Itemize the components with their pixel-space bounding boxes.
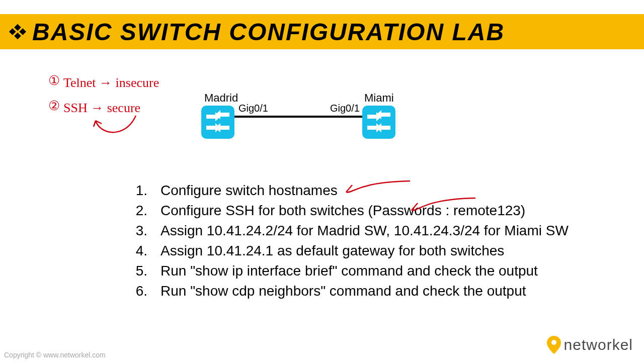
hand-note-2-num: ② <box>48 100 60 113</box>
svg-marker-3 <box>9 28 16 35</box>
topology-diagram: Madrid Miami Gig0/1 Gig0/1 <box>201 92 403 147</box>
brand-text: networkel <box>564 336 633 353</box>
list-item: 4. Assign 10.41.24.1 as default gateway … <box>108 241 591 260</box>
list-item: 1. Configure switch hostnames <box>108 181 591 200</box>
svg-marker-4 <box>19 28 26 35</box>
task-number: 4. <box>108 241 160 260</box>
bullet-icon <box>9 23 26 40</box>
task-number: 5. <box>108 261 160 281</box>
task-text: Assign 10.41.24.1 as default gateway for… <box>160 241 591 260</box>
title-inner: BASIC SWITCH CONFIGURATION LAB <box>0 18 505 46</box>
task-number: 2. <box>108 201 160 220</box>
hand-arrow-icon <box>80 111 151 141</box>
hand-note-1-text: Telnet → insecure <box>63 76 159 89</box>
switch-right-icon <box>362 106 395 139</box>
title-banner: BASIC SWITCH CONFIGURATION LAB <box>0 14 644 49</box>
switch-left-icon <box>201 106 234 139</box>
svg-point-5 <box>551 340 556 345</box>
task-text: Run "show cdp neighbors" command and che… <box>160 282 591 301</box>
task-text: Run "show ip interface brief" command an… <box>160 261 591 281</box>
copyright-text: Copyright © www.networkel.com <box>4 351 106 359</box>
svg-marker-1 <box>14 24 21 31</box>
list-item: 5. Run "show ip interface brief" command… <box>108 261 591 281</box>
task-number: 1. <box>108 181 160 200</box>
port-right-label: Gig0/1 <box>330 103 360 114</box>
task-list: 1. Configure switch hostnames 2. Configu… <box>108 181 591 302</box>
port-left-label: Gig0/1 <box>238 103 268 114</box>
task-text: Assign 10.41.24.2/24 for Madrid SW, 10.4… <box>160 221 591 240</box>
hand-note-1-num: ① <box>48 74 60 87</box>
hand-note-2-text: SSH → secure <box>63 102 140 115</box>
list-item: 3. Assign 10.41.24.2/24 for Madrid SW, 1… <box>108 221 591 240</box>
list-item: 6. Run "show cdp neighbors" command and … <box>108 282 591 301</box>
task-number: 3. <box>108 221 160 240</box>
slide-title: BASIC SWITCH CONFIGURATION LAB <box>32 18 505 46</box>
brand-logo: networkel <box>546 335 633 355</box>
task-text: Configure switch hostnames <box>160 181 591 200</box>
list-item: 2. Configure SSH for both switches (Pass… <box>108 201 591 220</box>
pin-icon <box>546 335 562 355</box>
switch-right-label: Miami <box>364 92 394 105</box>
switch-left-label: Madrid <box>204 92 238 105</box>
task-number: 6. <box>108 282 160 301</box>
svg-marker-2 <box>14 33 21 40</box>
task-text: Configure SSH for both switches (Passwor… <box>160 201 591 220</box>
link-line <box>234 116 362 118</box>
